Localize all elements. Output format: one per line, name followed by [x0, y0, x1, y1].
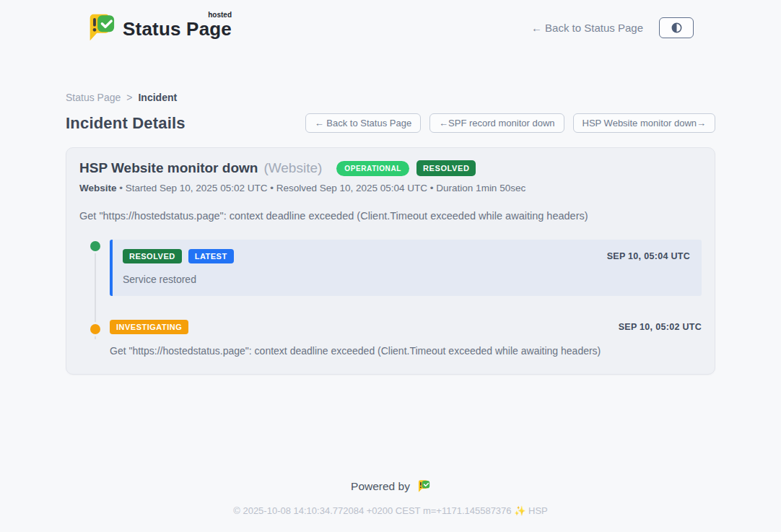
incident-component: (Website)	[263, 160, 322, 176]
resolved-badge: RESOLVED	[123, 249, 182, 263]
status-page-app: Status Page hosted ← Back to Status Page…	[0, 0, 781, 532]
timeline-entry-investigating: INVESTIGATING SEP 10, 05:02 UTC Get "htt…	[90, 320, 702, 357]
prev-incident-button[interactable]: ←SPF record monitor down	[429, 113, 564, 133]
meta-started: Started Sep 10, 2025 05:02 UTC	[126, 183, 268, 193]
powered-by-label: Powered by	[351, 480, 410, 493]
back-to-status-page-button[interactable]: ← Back to Status Page	[305, 113, 421, 133]
breadcrumb: Status Page > Incident	[66, 92, 715, 103]
timeline-timestamp: SEP 10, 05:02 UTC	[619, 322, 702, 332]
meta-component: Website	[79, 183, 117, 193]
footer: Powered by © 2025-10-08 14:10:34.772084 …	[0, 479, 781, 516]
operational-status-badge: OPERATIONAL	[336, 161, 409, 176]
timeline-message: Get "https://hostedstatus.page": context…	[110, 345, 702, 357]
timeline-timestamp: SEP 10, 05:04 UTC	[607, 251, 690, 261]
incident-title: HSP Website monitor down	[79, 160, 258, 176]
investigating-badge: INVESTIGATING	[110, 320, 188, 334]
timeline-entry-box: RESOLVED LATEST SEP 10, 05:04 UTC Servic…	[110, 240, 702, 296]
timeline-entry-box: INVESTIGATING SEP 10, 05:02 UTC Get "htt…	[110, 320, 702, 357]
timeline-entry-resolved: RESOLVED LATEST SEP 10, 05:04 UTC Servic…	[90, 240, 702, 296]
breadcrumb-incident: Incident	[138, 92, 177, 103]
breadcrumb-separator: >	[126, 92, 132, 103]
meta-resolved: Resolved Sep 10, 2025 05:04 UTC	[276, 183, 427, 193]
header-back-to-status-page-link[interactable]: ← Back to Status Page	[531, 22, 643, 34]
copyright-text: © 2025-10-08 14:10:34.772084 +0200 CEST …	[0, 505, 781, 516]
incident-nav-buttons: ← Back to Status Page ←SPF record monito…	[305, 113, 715, 133]
brand-name: Status Page	[123, 18, 232, 40]
timeline-dot-investigating	[90, 324, 100, 334]
page-title: Incident Details	[66, 114, 186, 133]
timeline-message: Service restored	[123, 274, 690, 285]
incident-description: Get "https://hostedstatus.page": context…	[79, 210, 702, 222]
next-incident-button[interactable]: HSP Website monitor down→	[573, 113, 715, 133]
brand-superscript: hosted	[208, 11, 232, 19]
theme-toggle-button[interactable]	[659, 17, 694, 38]
breadcrumb-status-page[interactable]: Status Page	[66, 92, 121, 103]
latest-badge: LATEST	[188, 249, 234, 263]
resolved-status-badge: RESOLVED	[416, 160, 476, 176]
timeline-dot-resolved	[90, 241, 100, 251]
incident-card: HSP Website monitor down (Website) OPERA…	[66, 147, 715, 375]
status-page-logo-icon-small[interactable]	[416, 479, 430, 493]
header: Status Page hosted ← Back to Status Page	[0, 0, 781, 55]
brand-logo[interactable]: Status Page hosted	[66, 12, 232, 43]
meta-separator: •	[430, 183, 434, 193]
incident-timeline: RESOLVED LATEST SEP 10, 05:04 UTC Servic…	[79, 240, 702, 357]
incident-meta: Website • Started Sep 10, 2025 05:02 UTC…	[79, 183, 702, 193]
contrast-icon	[671, 22, 683, 34]
status-page-logo-icon	[85, 12, 115, 43]
meta-duration: Duration 1min 50sec	[436, 183, 525, 193]
